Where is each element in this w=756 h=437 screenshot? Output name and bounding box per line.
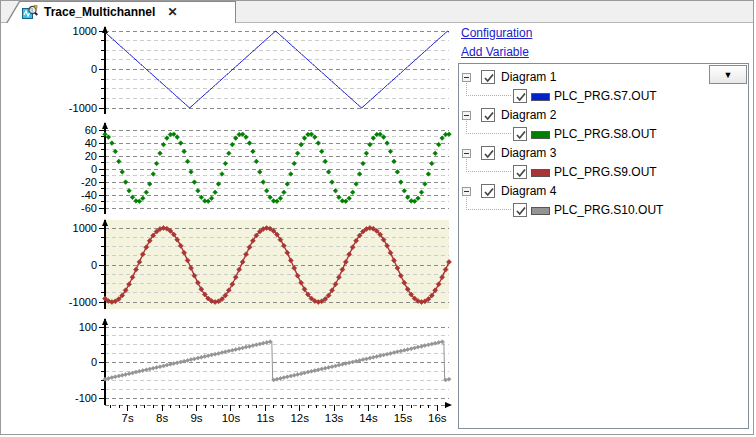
series-line	[105, 341, 449, 380]
tree-connector	[466, 121, 511, 134]
diagram-label: Diagram 2	[501, 108, 556, 122]
tab-trace-multichannel[interactable]: Trace_Multichannel ✕	[6, 1, 236, 23]
close-tab-icon[interactable]: ✕	[167, 5, 177, 19]
y-tick-label: 1000	[73, 25, 97, 37]
y-tick-label: 100	[79, 321, 97, 333]
collapse-minus-icon[interactable]	[462, 111, 471, 120]
variable-label: PLC_PRG.S10.OUT	[554, 203, 663, 217]
checkmark-icon	[515, 91, 527, 103]
time-axis: 7s8s9s10s11s12s13s14s15s16s	[105, 402, 452, 424]
collapse-minus-icon[interactable]	[462, 149, 471, 158]
x-tick-label: 8s	[156, 412, 168, 424]
variable-label: PLC_PRG.S9.OUT	[554, 165, 657, 179]
checkmark-icon	[515, 167, 527, 179]
y-tick-label: 0	[91, 63, 97, 75]
diagram-1-plot: 10000-1000	[69, 25, 449, 115]
trace-chart-area[interactable]: 10000-10006040200-20-40-6010000-10001000…	[1, 23, 456, 435]
x-tick-label: 11s	[256, 412, 274, 424]
series-color-swatch	[531, 131, 550, 139]
y-tick-label: -20	[81, 176, 97, 188]
y-tick-label: -1000	[69, 296, 97, 308]
y-tick-label: -60	[81, 202, 97, 214]
variable-tree: Diagram 1PLC_PRG.S7.OUTDiagram 2PLC_PRG.…	[459, 68, 748, 220]
variable-checkbox[interactable]	[513, 203, 527, 217]
x-tick-label: 14s	[359, 412, 378, 424]
y-tick-label: 60	[85, 124, 97, 136]
x-tick-label: 15s	[394, 412, 413, 424]
series-color-swatch	[531, 93, 550, 101]
y-tick-label: -40	[81, 189, 97, 201]
variable-label: PLC_PRG.S7.OUT	[554, 89, 657, 103]
tree-item-variable-2[interactable]: PLC_PRG.S8.OUT	[459, 125, 748, 144]
collapse-minus-icon[interactable]	[462, 73, 471, 82]
diagram-label: Diagram 3	[501, 146, 556, 160]
configuration-link[interactable]: Configuration	[461, 26, 532, 40]
series-markers	[103, 340, 451, 382]
diagram-3-plot: 10000-1000	[69, 219, 452, 309]
variable-checkbox[interactable]	[513, 165, 527, 179]
variable-checkbox[interactable]	[513, 89, 527, 103]
variable-tree-panel: ▼ Diagram 1PLC_PRG.S7.OUTDiagram 2PLC_PR…	[458, 63, 749, 429]
tree-connector	[466, 83, 511, 96]
collapse-minus-icon[interactable]	[462, 187, 471, 196]
add-variable-link[interactable]: Add Variable	[461, 45, 532, 59]
tree-item-variable-1[interactable]: PLC_PRG.S7.OUT	[459, 87, 748, 106]
trace-icon	[22, 5, 38, 20]
y-tick-label: 0	[91, 356, 97, 368]
diagram-2-plot: 6040200-20-40-60	[81, 122, 451, 214]
x-tick-label: 10s	[222, 412, 241, 424]
y-tick-label: 40	[85, 137, 97, 149]
diagram-4-plot: 1000-100	[75, 318, 451, 405]
x-tick-label: 16s	[428, 412, 447, 424]
tree-item-variable-4[interactable]: PLC_PRG.S10.OUT	[459, 201, 748, 220]
diagram-checkbox[interactable]	[481, 146, 495, 160]
tab-strip: Trace_Multichannel ✕	[1, 1, 753, 23]
diagram-checkbox[interactable]	[481, 70, 495, 84]
y-tick-label: 20	[85, 150, 97, 162]
tree-connector	[466, 197, 511, 210]
checkmark-icon	[515, 205, 527, 217]
tree-item-variable-3[interactable]: PLC_PRG.S9.OUT	[459, 163, 748, 182]
tree-connector	[466, 159, 511, 172]
diagram-label: Diagram 4	[501, 184, 556, 198]
y-tick-label: 0	[91, 163, 97, 175]
trace-window: Trace_Multichannel ✕ 10000-10006040200-2…	[0, 0, 754, 435]
tab-title: Trace_Multichannel	[44, 5, 155, 19]
y-tick-label: -100	[75, 392, 97, 404]
checkmark-icon	[515, 129, 527, 141]
trace-content: 10000-10006040200-20-40-6010000-10001000…	[1, 23, 753, 434]
diagram-label: Diagram 1	[501, 70, 556, 84]
variable-checkbox[interactable]	[513, 127, 527, 141]
series-color-swatch	[531, 207, 550, 215]
y-tick-label: 1000	[73, 222, 97, 234]
variable-label: PLC_PRG.S8.OUT	[554, 127, 657, 141]
x-tick-label: 12s	[290, 412, 309, 424]
y-tick-label: 0	[91, 259, 97, 271]
x-tick-label: 9s	[190, 412, 202, 424]
diagram-checkbox[interactable]	[481, 108, 495, 122]
series-color-swatch	[531, 169, 550, 177]
x-tick-label: 7s	[122, 412, 134, 424]
diagram-checkbox[interactable]	[481, 184, 495, 198]
y-tick-label: -1000	[69, 102, 97, 114]
x-tick-label: 13s	[325, 412, 344, 424]
